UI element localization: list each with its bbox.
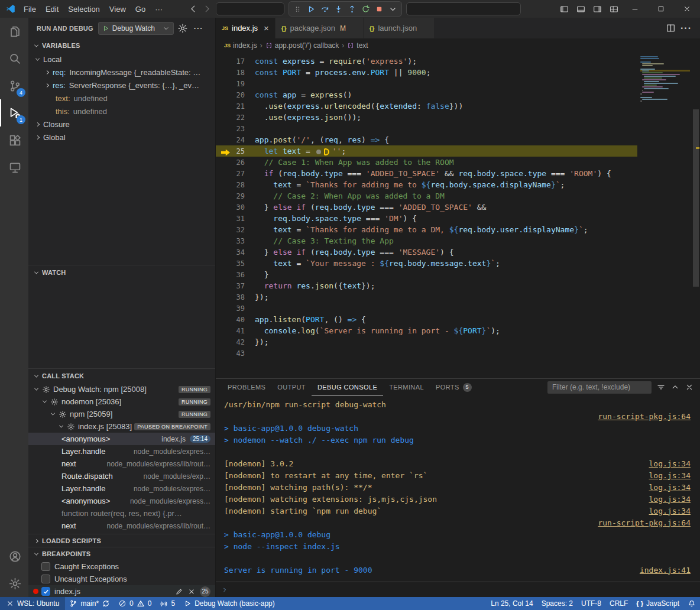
console-source-link[interactable]: log.js:34	[649, 459, 691, 468]
code-line[interactable]: 28 text = `Thanks for adding me to ${req…	[216, 179, 637, 190]
code-line[interactable]: 29 // Case 2: When App was added to a DM	[216, 190, 637, 202]
code-line[interactable]: 30 } else if (req.body.type === 'ADDED_T…	[216, 202, 637, 213]
activitybar-accounts[interactable]	[0, 543, 28, 570]
close-panel-icon[interactable]	[685, 382, 694, 392]
console-source-link[interactable]: log.js:34	[649, 495, 691, 504]
panel-tab-ports[interactable]: PORTS5	[430, 379, 478, 395]
line-number[interactable]: 21	[216, 102, 255, 111]
line-number[interactable]: 30	[216, 203, 255, 212]
activitybar-explorer[interactable]	[0, 18, 28, 45]
line-number[interactable]: 38	[216, 293, 255, 301]
code-line[interactable]: 43	[216, 348, 637, 359]
activitybar-source-control[interactable]: 4	[0, 72, 28, 99]
activitybar-extensions[interactable]	[0, 126, 28, 154]
maximize-panel-icon[interactable]	[670, 382, 680, 392]
line-number[interactable]: 22	[216, 113, 255, 122]
activitybar-run-and-debug[interactable]: 1	[0, 99, 28, 126]
code-line[interactable]: 21 .use(express.urlencoded({extended: fa…	[216, 100, 637, 112]
menu-edit[interactable]: Edit	[41, 3, 63, 15]
code-line[interactable]: 37 return res.json({text});	[216, 280, 637, 291]
code-line[interactable]: 24app.post('/', (req, res) => {	[216, 134, 637, 145]
menu-view[interactable]: View	[105, 3, 131, 15]
line-number[interactable]: 26	[216, 158, 255, 167]
statusbar-language-mode[interactable]: { }JavaScript	[632, 597, 683, 610]
console-source-link[interactable]: run-script-pkg.js:64	[598, 412, 691, 421]
code-line[interactable]: 39	[216, 303, 637, 314]
line-number[interactable]: 34	[216, 248, 255, 257]
tab-package.json[interactable]: {}package.jsonM×	[276, 18, 364, 38]
line-number[interactable]: 33	[216, 237, 255, 245]
breakpoint-checkbox[interactable]	[41, 587, 50, 596]
back-arrow-button[interactable]	[189, 4, 198, 14]
debug-session[interactable]: Debug Watch: npm [25008]RUNNING	[28, 383, 215, 395]
stack-frame[interactable]: nextnode_modules/express/lib/rout…	[28, 458, 215, 470]
code-line[interactable]: 42});	[216, 336, 637, 348]
step-out-button[interactable]	[346, 3, 358, 15]
tab-launch.json[interactable]: {}launch.json×	[364, 18, 435, 38]
breadcrumb-item[interactable]: JSindex.js	[224, 41, 257, 50]
line-number[interactable]: 24	[216, 136, 255, 144]
code-line[interactable]: 23	[216, 123, 637, 134]
menu-more[interactable]: ···	[150, 3, 167, 15]
code-line[interactable]: 20const app = express()	[216, 89, 637, 100]
statusbar-remote-indicator[interactable]: WSL: Ubuntu	[0, 597, 65, 610]
breakpoints-section-header[interactable]: BREAKPOINTS	[28, 547, 215, 560]
statusbar-debug-session[interactable]: Debug Watch (basic-app)	[179, 597, 279, 610]
debug-session[interactable]: index.js [25083]PAUSED ON BREAKPOINT	[28, 420, 215, 433]
activitybar-search[interactable]	[0, 45, 28, 72]
console-source-link[interactable]: log.js:34	[649, 507, 691, 515]
code-line[interactable]: 41 console.log(`Server is running in por…	[216, 325, 637, 336]
line-number[interactable]: 23	[216, 125, 255, 133]
console-source-link[interactable]: log.js:34	[649, 483, 691, 492]
debug-session[interactable]: npm [25059]RUNNING	[28, 408, 215, 420]
minimize-button[interactable]	[622, 0, 648, 18]
line-number[interactable]: 20	[216, 91, 255, 99]
variable-this[interactable]: this:undefined	[28, 105, 215, 118]
statusbar-notifications[interactable]	[683, 597, 700, 610]
line-number[interactable]: 19	[216, 80, 255, 88]
line-number[interactable]: 35	[216, 259, 255, 268]
code-editor[interactable]: 17const express = require('express');18c…	[216, 53, 700, 378]
code-line[interactable]: 25 let text = '';	[216, 145, 637, 157]
statusbar-problems[interactable]: 00	[114, 597, 155, 610]
loaded-scripts-section-header[interactable]: LOADED SCRIPTS	[28, 534, 215, 547]
scope-closure[interactable]: Closure	[28, 118, 215, 131]
stop-button[interactable]	[373, 3, 385, 15]
code-line[interactable]: 31 req.body.space.type === 'DM') {	[216, 213, 637, 224]
restart-button[interactable]	[359, 3, 372, 15]
statusbar-encoding[interactable]: UTF-8	[577, 597, 605, 610]
line-number[interactable]: 27	[216, 170, 255, 178]
menu-file[interactable]: File	[19, 3, 41, 15]
stop-dropdown[interactable]	[387, 3, 399, 15]
code-line[interactable]: 35 text = `Your message : ${req.body.mes…	[216, 258, 637, 269]
breakpoint-index.js[interactable]: index.js25	[28, 585, 215, 597]
breakpoint-checkbox[interactable]	[41, 575, 50, 583]
configure-gear-icon[interactable]	[177, 23, 188, 34]
views-more-actions-button[interactable]: ···	[192, 24, 206, 33]
debug-console-input[interactable]	[216, 582, 700, 597]
line-number[interactable]: 37	[216, 282, 255, 290]
line-number[interactable]: 41	[216, 327, 255, 335]
breakpoint-checkbox[interactable]	[41, 562, 50, 571]
code-line[interactable]: 17const express = require('express');	[216, 56, 637, 67]
drag-handle[interactable]	[291, 3, 304, 15]
variables-section-header[interactable]: VARIABLES	[28, 38, 215, 53]
stack-frame[interactable]: nextnode_modules/express/lib/rout…	[28, 520, 215, 532]
line-number[interactable]: 32	[216, 226, 255, 234]
line-number[interactable]: 25	[216, 147, 255, 155]
code-line[interactable]: 40app.listen(PORT, () => {	[216, 314, 637, 325]
watch-section-header[interactable]: WATCH	[28, 265, 215, 280]
line-number[interactable]: 18	[216, 69, 255, 77]
console-source-link[interactable]: log.js:34	[649, 471, 691, 480]
panel-tab-terminal[interactable]: TERMINAL	[383, 379, 430, 395]
stack-frame[interactable]: Route.dispatchnode_modules/exp…	[28, 470, 215, 482]
call-stack-section-header[interactable]: CALL STACK	[28, 369, 215, 383]
menu-selection[interactable]: Selection	[63, 3, 104, 15]
command-center-search[interactable]	[406, 2, 521, 15]
statusbar-cursor-position[interactable]: Ln 25, Col 14	[487, 597, 537, 610]
scope-global[interactable]: Global	[28, 131, 215, 144]
split-editor-icon[interactable]	[666, 23, 676, 33]
panel-tab-debug-console[interactable]: DEBUG CONSOLE	[312, 379, 383, 395]
filter-icon[interactable]	[656, 382, 666, 392]
console-source-link[interactable]: run-script-pkg.js:64	[598, 518, 691, 527]
